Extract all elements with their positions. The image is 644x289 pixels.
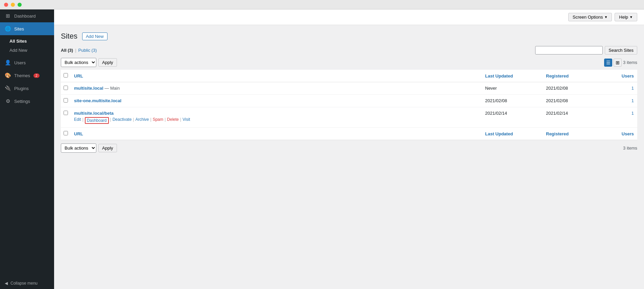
row3-last-updated: 2021/02/14 [482,107,543,128]
grid-view-icon[interactable]: ⊞ [614,59,622,67]
row3-users-link[interactable]: 1 [631,111,634,116]
add-new-button[interactable]: Add New [82,32,108,40]
row2-site-link[interactable]: site-one.multisite.local [74,98,121,103]
col-users-footer: Users [603,128,637,140]
screen-options-button[interactable]: Screen Options ▼ [568,13,612,21]
row1-url-cell: multisite.local — Main [71,82,482,95]
sidebar-item-users[interactable]: 👤 Users [0,56,54,69]
row1-checkbox[interactable] [64,86,68,90]
search-box: Search Sites [535,46,637,54]
sidebar-item-plugins[interactable]: 🔌 Plugins [0,82,54,95]
row3-checkbox-cell [61,107,71,128]
table-row: multisite.local — Main Never 2021/02/08 … [61,82,637,95]
row3-edit-link[interactable]: Edit [74,117,81,124]
last-updated-sort-link-footer[interactable]: Last Updated [485,131,513,136]
collapse-menu-button[interactable]: ◀ Collapse menu [0,277,54,289]
select-all-checkbox-top[interactable] [64,73,68,77]
sidebar-item-sites[interactable]: 🌐 Sites [0,22,54,35]
row1-users-link[interactable]: 1 [631,86,634,91]
users-icon: 👤 [5,60,11,66]
col-registered-footer: Registered [543,128,603,140]
filter-all[interactable]: All (3) [61,48,73,53]
users-sort-link[interactable]: Users [622,73,634,79]
window-chrome [0,0,644,9]
table-row: multisite.local/beta Edit | Dashboard | … [61,107,637,128]
top-bar: Screen Options ▼ Help ▼ [54,9,644,25]
search-sites-button[interactable]: Search Sites [605,46,637,54]
settings-icon: ⚙ [5,98,11,104]
row3-users: 1 [603,107,637,128]
filter-public[interactable]: Public (3) [78,48,97,53]
page-body: Sites Add New All (3) | Public (3) Searc… [54,25,644,289]
search-sites-input[interactable] [535,46,603,54]
row1-checkbox-cell [61,82,71,95]
filter-sep-1: | [75,48,76,53]
select-all-checkbox-bottom[interactable] [64,131,68,135]
row3-visit-link[interactable]: Visit [183,117,190,124]
table-controls-top: Bulk actions Apply ☰ ⊞ 3 items [61,58,637,67]
row3-delete-link[interactable]: Delete [167,117,179,124]
row3-registered: 2021/02/14 [543,107,603,128]
url-sort-link-footer[interactable]: URL [74,131,83,136]
col-updated-footer: Last Updated [482,128,543,140]
items-count-top: 3 items [623,60,637,65]
sidebar-item-settings[interactable]: ⚙ Settings [0,95,54,108]
sites-icon: 🌐 [5,26,11,32]
screen-options-arrow: ▼ [604,15,607,19]
maximize-btn[interactable] [18,3,22,7]
sidebar-item-all-sites[interactable]: All Sites [0,37,54,46]
row3-deactivate-link[interactable]: Deactivate [113,117,132,124]
last-updated-sort-link[interactable]: Last Updated [485,73,513,79]
items-count-bottom: 3 items [623,146,637,151]
sidebar-themes-label: Themes [14,73,30,78]
row2-checkbox[interactable] [64,98,68,103]
sidebar-dashboard-label: Dashboard [14,14,36,19]
sidebar-item-themes[interactable]: 🎨 Themes 2 [0,69,54,82]
help-arrow: ▼ [629,15,633,19]
col-users-header: Users [603,70,637,82]
col-url-header: URL [71,70,482,82]
row3-spam-link[interactable]: Spam [153,117,163,124]
col-checkbox-footer [61,128,71,140]
list-view-icon[interactable]: ☰ [604,59,612,67]
row3-site-link[interactable]: multisite.local/beta [74,111,114,116]
bulk-actions-select-bottom[interactable]: Bulk actions [61,143,96,153]
screen-options-label: Screen Options [573,15,603,20]
row1-users: 1 [603,82,637,95]
row1-site-link[interactable]: multisite.local [74,86,103,91]
row3-url-cell: multisite.local/beta Edit | Dashboard | … [71,107,482,128]
dashboard-icon: ⊞ [5,13,11,19]
col-updated-header: Last Updated [482,70,543,82]
row3-archive-link[interactable]: Archive [135,117,149,124]
registered-sort-link-footer[interactable]: Registered [546,131,569,136]
row3-dashboard-link[interactable]: Dashboard [85,117,109,124]
apply-button-top[interactable]: Apply [98,58,117,67]
apply-button-bottom[interactable]: Apply [98,144,117,152]
page-header: Sites Add New [61,32,637,41]
sidebar-item-dashboard[interactable]: ⊞ Dashboard [0,9,54,22]
row1-registered: 2021/02/08 [543,82,603,95]
row2-users: 1 [603,95,637,107]
row1-site-main: — Main [104,86,120,91]
table-row: site-one.multisite.local 2021/02/08 2021… [61,95,637,107]
row2-url-cell: site-one.multisite.local [71,95,482,107]
sidebar-sites-label: Sites [14,26,24,31]
help-button[interactable]: Help ▼ [615,13,637,21]
row3-checkbox[interactable] [64,111,68,115]
filter-bar: All (3) | Public (3) Search Sites [61,46,637,54]
collapse-icon: ◀ [5,281,8,286]
registered-sort-link[interactable]: Registered [546,73,569,79]
help-label: Help [619,15,628,20]
url-sort-link[interactable]: URL [74,73,83,79]
minimize-btn[interactable] [11,3,15,7]
filter-links: All (3) | Public (3) [61,48,97,53]
bulk-actions-select-top[interactable]: Bulk actions [61,58,96,67]
users-sort-link-footer[interactable]: Users [622,131,634,136]
sidebar-settings-label: Settings [14,99,30,104]
sidebar-plugins-label: Plugins [14,86,29,91]
close-btn[interactable] [4,3,8,7]
page-title: Sites [61,32,77,41]
themes-icon: 🎨 [5,72,11,79]
sidebar-item-add-new[interactable]: Add New [0,46,54,55]
row2-users-link[interactable]: 1 [631,98,634,103]
